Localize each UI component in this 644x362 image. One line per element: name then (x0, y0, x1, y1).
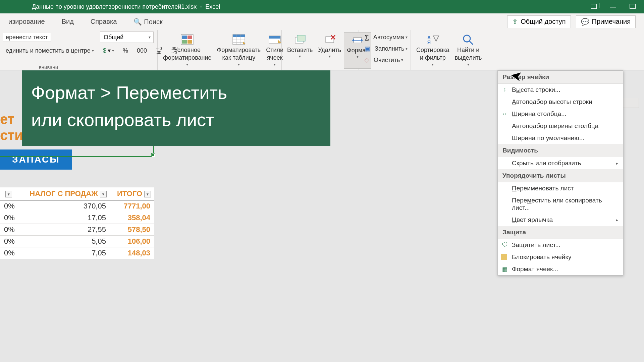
title-bar: Данные по уровню удовлетворенности потре… (0, 0, 644, 13)
inventory-button[interactable]: ЗАПАСЫ (0, 149, 72, 170)
currency-button[interactable]: $▾ (100, 46, 117, 55)
svg-marker-26 (433, 36, 439, 41)
table-row[interactable]: 0%5,05106,00 (0, 236, 154, 247)
table-row[interactable]: 0%7,05148,03 (0, 247, 154, 259)
menu-hide-unhide[interactable]: Скрыть или отобразить (498, 157, 623, 169)
search-box[interactable]: 🔍Поиск (125, 18, 171, 26)
menu-protect-sheet[interactable]: 🛡Защитить лист... (498, 239, 623, 251)
ribbon: еренести текст единить и поместить в цен… (0, 30, 644, 70)
fill-button[interactable]: ▣ Заполнить (362, 44, 411, 53)
conditional-formatting-button[interactable]: Условное форматирование (160, 32, 214, 68)
data-table: ▾ НАЛОГ С ПРОДАЖ▾ ИТОГО▾ 0%370,057771,00… (0, 187, 154, 259)
svg-text:Я: Я (427, 40, 431, 45)
instruction-callout: Формат > Переместить или скопировать лис… (22, 70, 330, 146)
autosum-button[interactable]: ∑ Автосумма (362, 33, 411, 42)
sort-filter-icon: AЯ (426, 34, 440, 46)
merge-center-button[interactable]: единить и поместить в центре (3, 46, 97, 55)
worksheet-area[interactable]: P етсти ЗАПАСЫ ▾ НАЛОГ С ПРОДАЖ▾ ИТОГО▾ … (0, 70, 644, 362)
alignment-group-label: внивани (39, 64, 58, 70)
table-icon (232, 34, 246, 46)
filter-button[interactable]: ▾ (5, 191, 12, 197)
insert-icon (293, 34, 307, 46)
comment-icon: 💬 (581, 18, 589, 26)
svg-rect-2 (187, 36, 192, 39)
wrap-text-button[interactable]: еренести текст (3, 33, 51, 42)
menu-rename-sheet[interactable]: Переименовать лист (498, 182, 623, 194)
svg-line-28 (469, 41, 473, 45)
menu-section-organize-sheets: Упорядочить листы (498, 169, 623, 182)
col-header-total[interactable]: ИТОГО▾ (110, 187, 154, 200)
tab-review-partial[interactable]: изирование (0, 18, 53, 25)
find-icon (461, 34, 475, 46)
document-title: Данные по уровню удовлетворенности потре… (32, 3, 220, 10)
menu-default-width[interactable]: Ширина по умолчанию... (498, 132, 623, 144)
delete-cells-button[interactable]: Удалить (315, 32, 344, 69)
percent-button[interactable]: % (120, 46, 131, 55)
svg-rect-13 (269, 36, 280, 39)
filter-button[interactable]: ▾ (144, 191, 151, 197)
tab-view[interactable]: Вид (53, 18, 82, 25)
svg-rect-4 (187, 40, 192, 44)
selection-handle[interactable] (152, 154, 155, 157)
format-dropdown-menu: ➤ Размер ячейки ↕Высота строки... Автопо… (497, 70, 623, 276)
row-height-icon: ↕ (501, 86, 508, 93)
menu-section-protection: Защита (498, 226, 623, 239)
table-row[interactable]: 0%370,057771,00 (0, 200, 154, 212)
svg-rect-1 (182, 36, 187, 39)
table-row[interactable]: 0%17,05358,04 (0, 212, 154, 224)
clear-button[interactable]: ◇ Очистить (362, 55, 406, 65)
search-icon: 🔍 (133, 18, 142, 25)
format-as-table-button[interactable]: Форматировать как таблицу (214, 32, 264, 68)
sort-filter-button[interactable]: AЯ Сортировка и фильтр (414, 32, 452, 69)
protect-icon: 🛡 (501, 242, 508, 248)
cell-styles-icon (268, 34, 282, 46)
ribbon-tabs: изирование Вид Справка 🔍Поиск ⇪ Общий до… (0, 13, 644, 30)
share-button[interactable]: ⇪ Общий доступ (507, 15, 571, 28)
comma-style-button[interactable]: 000 (134, 46, 150, 55)
comments-button[interactable]: 💬 Примечания (576, 15, 636, 28)
menu-tab-color[interactable]: Цвет ярлычка (498, 214, 623, 226)
svg-marker-22 (352, 39, 354, 42)
format-cells-icon: ▦ (501, 266, 508, 273)
filter-button[interactable]: ▾ (100, 191, 107, 197)
maximize-icon[interactable] (630, 3, 636, 10)
find-select-button[interactable]: Найти и выделить (452, 32, 485, 69)
lock-icon (501, 254, 507, 260)
insert-cells-button[interactable]: Вставить (284, 32, 315, 69)
svg-rect-16 (297, 35, 305, 41)
svg-rect-3 (182, 40, 187, 44)
menu-row-height[interactable]: ↕Высота строки... (498, 84, 623, 96)
svg-rect-6 (233, 35, 245, 37)
conditional-formatting-icon (180, 34, 194, 46)
menu-move-copy-sheet[interactable]: Переместить или скопировать лист... (498, 194, 623, 214)
minimize-icon[interactable]: — (610, 3, 616, 10)
menu-section-visibility: Видимость (498, 144, 623, 157)
share-icon: ⇪ (512, 18, 518, 26)
menu-format-cells[interactable]: ▦Формат ячеек... (498, 263, 623, 275)
menu-autofit-col[interactable]: Автоподбор ширины столбца (498, 120, 623, 132)
menu-autofit-row[interactable]: Автоподбор высоты строки (498, 96, 623, 108)
col-width-icon: ↔ (501, 111, 508, 117)
menu-col-width[interactable]: ↔Ширина столбца... (498, 108, 623, 120)
menu-lock-cell[interactable]: Блокировать ячейку (498, 251, 623, 263)
tab-help[interactable]: Справка (82, 18, 125, 25)
delete-icon (323, 34, 337, 46)
restore-down-icon[interactable] (591, 3, 597, 10)
table-row[interactable]: 0%27,55578,50 (0, 224, 154, 236)
number-format-combo[interactable]: Общий (100, 32, 154, 43)
col-header-tax[interactable]: НАЛОГ С ПРОДАЖ▾ (19, 187, 110, 200)
